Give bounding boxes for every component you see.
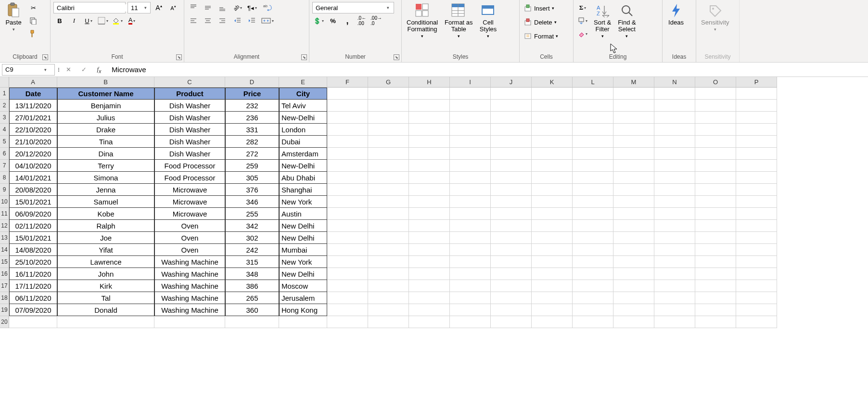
empty-cell[interactable]	[695, 256, 736, 268]
empty-cell[interactable]	[695, 244, 736, 256]
fx-button[interactable]: fx	[91, 64, 107, 76]
empty-cell[interactable]	[491, 316, 532, 328]
empty-cell[interactable]	[695, 280, 736, 292]
empty-cell[interactable]	[491, 280, 532, 292]
increase-indent-button[interactable]	[246, 15, 258, 26]
empty-cell[interactable]	[695, 196, 736, 208]
data-cell[interactable]: 13/11/2020	[9, 100, 57, 112]
empty-cell[interactable]	[327, 220, 368, 232]
data-cell[interactable]: New York	[279, 256, 327, 268]
empty-cell[interactable]	[532, 292, 573, 304]
row-header[interactable]: 7	[0, 160, 9, 172]
empty-cell[interactable]	[409, 220, 450, 232]
empty-cell[interactable]	[573, 208, 613, 220]
percent-button[interactable]: %	[327, 15, 339, 26]
empty-cell[interactable]	[654, 160, 695, 172]
empty-cell[interactable]	[532, 184, 573, 196]
rtl-button[interactable]: ¶◂	[246, 2, 258, 13]
bold-button[interactable]: B	[53, 15, 66, 26]
format-painter-button[interactable]	[27, 28, 39, 39]
data-cell[interactable]: Dubai	[279, 136, 327, 148]
table-header[interactable]: Customer Name	[57, 88, 154, 100]
empty-cell[interactable]	[409, 280, 450, 292]
empty-cell[interactable]	[695, 112, 736, 124]
col-header[interactable]: A	[9, 77, 57, 88]
data-cell[interactable]: 255	[225, 208, 279, 220]
empty-cell[interactable]	[573, 124, 613, 136]
align-bottom-button[interactable]	[216, 2, 229, 13]
row-header[interactable]: 17	[0, 280, 9, 292]
data-cell[interactable]: Dish Washer	[154, 124, 225, 136]
data-cell[interactable]: Oven	[154, 232, 225, 244]
data-cell[interactable]: Microwave	[154, 208, 225, 220]
col-header[interactable]: M	[613, 77, 654, 88]
empty-cell[interactable]	[532, 148, 573, 160]
empty-cell[interactable]	[368, 292, 409, 304]
data-cell[interactable]: 22/10/2020	[9, 124, 57, 136]
empty-cell[interactable]	[450, 208, 491, 220]
empty-cell[interactable]	[573, 172, 613, 184]
empty-cell[interactable]	[368, 88, 409, 100]
data-cell[interactable]: 302	[225, 232, 279, 244]
empty-cell[interactable]	[654, 220, 695, 232]
resize-handle[interactable]	[57, 64, 61, 76]
col-header[interactable]: K	[532, 77, 573, 88]
empty-cell[interactable]	[654, 112, 695, 124]
empty-cell[interactable]	[573, 100, 613, 112]
cancel-button[interactable]: ✕	[61, 64, 76, 76]
empty-cell[interactable]	[368, 124, 409, 136]
empty-cell[interactable]	[573, 112, 613, 124]
empty-cell[interactable]	[409, 172, 450, 184]
formula-input[interactable]	[107, 64, 868, 76]
decrease-indent-button[interactable]	[231, 15, 244, 26]
empty-cell[interactable]	[695, 136, 736, 148]
copy-button[interactable]	[27, 15, 39, 26]
empty-cell[interactable]	[327, 136, 368, 148]
row-header[interactable]: 1	[0, 88, 9, 100]
data-cell[interactable]: Tina	[57, 136, 154, 148]
chevron-down-icon[interactable]: ▾	[384, 5, 392, 10]
empty-cell[interactable]	[654, 316, 695, 328]
empty-cell[interactable]	[491, 112, 532, 124]
data-cell[interactable]: 282	[225, 136, 279, 148]
row-header[interactable]: 16	[0, 268, 9, 280]
data-cell[interactable]: Oven	[154, 220, 225, 232]
empty-cell[interactable]	[736, 136, 777, 148]
empty-cell[interactable]	[695, 172, 736, 184]
empty-cell[interactable]	[654, 292, 695, 304]
data-cell[interactable]: 342	[225, 220, 279, 232]
empty-cell[interactable]	[450, 292, 491, 304]
empty-cell[interactable]	[491, 232, 532, 244]
data-cell[interactable]: London	[279, 124, 327, 136]
data-cell[interactable]: 16/11/2020	[9, 268, 57, 280]
empty-cell[interactable]	[532, 268, 573, 280]
empty-cell[interactable]	[532, 244, 573, 256]
empty-cell[interactable]	[654, 232, 695, 244]
data-cell[interactable]: Hong Kong	[279, 304, 327, 316]
chevron-down-icon[interactable]: ▾	[141, 5, 149, 10]
font-color-button[interactable]: A	[126, 15, 138, 26]
empty-cell[interactable]	[491, 208, 532, 220]
empty-cell[interactable]	[654, 196, 695, 208]
increase-font-button[interactable]: A▴	[153, 2, 165, 13]
data-cell[interactable]: Washing Machine	[154, 280, 225, 292]
empty-cell[interactable]	[327, 148, 368, 160]
empty-cell[interactable]	[654, 148, 695, 160]
empty-cell[interactable]	[736, 148, 777, 160]
empty-cell[interactable]	[368, 100, 409, 112]
align-middle-button[interactable]	[202, 2, 214, 13]
empty-cell[interactable]	[613, 172, 654, 184]
wrap-text-button[interactable]: ab	[261, 2, 274, 13]
empty-cell[interactable]	[532, 88, 573, 100]
data-cell[interactable]: 02/11/2020	[9, 220, 57, 232]
table-header[interactable]: Date	[9, 88, 57, 100]
find-select-button[interactable]: Find & Select▾	[616, 2, 638, 39]
row-header[interactable]: 9	[0, 184, 9, 196]
empty-cell[interactable]	[695, 292, 736, 304]
empty-cell[interactable]	[327, 280, 368, 292]
empty-cell[interactable]	[654, 280, 695, 292]
empty-cell[interactable]	[532, 280, 573, 292]
empty-cell[interactable]	[409, 136, 450, 148]
empty-cell[interactable]	[573, 232, 613, 244]
empty-cell[interactable]	[368, 148, 409, 160]
